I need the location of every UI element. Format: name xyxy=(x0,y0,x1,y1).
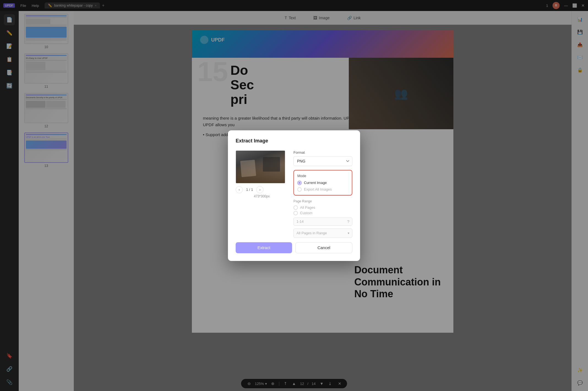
extract-button[interactable]: Extract xyxy=(236,242,292,253)
range-chevron-icon: ▾ xyxy=(348,231,349,235)
preview-photo-content xyxy=(236,151,285,183)
custom-row: Custom xyxy=(293,211,352,215)
custom-radio[interactable] xyxy=(293,211,298,215)
extract-image-dialog: Extract Image ‹ xyxy=(228,130,360,261)
preview-prev-button[interactable]: ‹ xyxy=(236,186,243,193)
help-icon[interactable]: ? xyxy=(347,219,349,224)
mode-current-image-radio[interactable] xyxy=(297,181,302,185)
page-range-label: Page Range xyxy=(293,199,352,203)
all-pages-row: All Pages xyxy=(293,205,352,210)
mode-export-all-row[interactable]: Export All Images xyxy=(297,187,349,192)
mode-export-all-label: Export All Images xyxy=(304,187,332,191)
dialog-title: Extract Image xyxy=(236,138,352,144)
page-range-value: 1-14 xyxy=(296,219,304,224)
mode-export-all-radio[interactable] xyxy=(297,187,302,192)
page-range-input-row: 1-14 ? xyxy=(293,217,352,226)
mode-section: Mode Current Image Export All Images xyxy=(293,170,352,196)
format-label: Format xyxy=(293,150,352,155)
all-pages-radio[interactable] xyxy=(293,205,298,210)
dialog-overlay: Extract Image ‹ xyxy=(0,0,588,391)
mode-current-image-row[interactable]: Current Image xyxy=(297,181,349,185)
cancel-button[interactable]: Cancel xyxy=(295,242,352,253)
mode-label: Mode xyxy=(297,174,349,178)
preview-size-label: 473*300px xyxy=(236,194,288,198)
dialog-body: ‹ 1 / 1 › 473*300px Format PNG JPEG B xyxy=(236,150,352,238)
range-select-label: All Pages in Range xyxy=(296,231,348,235)
mode-current-image-label: Current Image xyxy=(304,181,327,185)
dialog-form-section: Format PNG JPEG BMP TIFF Mode Current Im… xyxy=(293,150,352,238)
page-range-section: Page Range All Pages Custom 1-14 ? xyxy=(293,199,352,238)
preview-image xyxy=(236,150,285,183)
preview-next-button[interactable]: › xyxy=(256,186,263,193)
dialog-buttons: Extract Cancel xyxy=(236,242,352,253)
all-pages-label: All Pages xyxy=(300,205,315,210)
range-select-row[interactable]: All Pages in Range ▾ xyxy=(293,228,352,238)
format-select[interactable]: PNG JPEG BMP TIFF xyxy=(293,156,352,166)
custom-label: Custom xyxy=(300,211,312,215)
preview-counter: 1 / 1 xyxy=(246,188,253,192)
preview-navigation: ‹ 1 / 1 › xyxy=(236,186,288,193)
dialog-preview-section: ‹ 1 / 1 › 473*300px xyxy=(236,150,288,238)
